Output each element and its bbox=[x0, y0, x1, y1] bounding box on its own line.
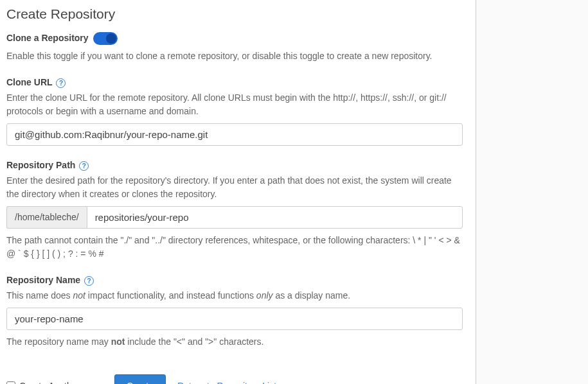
repo-name-hint-suffix: include the "<" and ">" characters. bbox=[125, 336, 263, 347]
clone-toggle-description: Enable this toggle if you want to clone … bbox=[6, 49, 463, 63]
help-icon[interactable]: ? bbox=[56, 78, 66, 88]
repo-name-desc-not: not bbox=[73, 290, 85, 301]
clone-url-label: Clone URL bbox=[6, 77, 53, 87]
repo-name-description: This name does not impact functionality,… bbox=[6, 289, 463, 302]
repo-name-hint: The repository name may not include the … bbox=[6, 335, 463, 349]
page-title: Create Repository bbox=[6, 6, 463, 22]
repo-path-label: Repository Path bbox=[6, 160, 75, 170]
clone-url-section: Clone URL ? Enter the clone URL for the … bbox=[6, 77, 463, 146]
repo-path-input[interactable] bbox=[87, 206, 463, 229]
repo-name-desc-only: only bbox=[256, 290, 273, 301]
repo-name-desc-prefix: This name does bbox=[6, 290, 73, 301]
help-icon[interactable]: ? bbox=[84, 276, 94, 286]
create-another-wrap: Create Another bbox=[6, 381, 103, 384]
help-icon[interactable]: ? bbox=[79, 161, 89, 171]
right-panel bbox=[476, 0, 588, 384]
actions-row: Create Another Create Return to Reposito… bbox=[6, 374, 463, 384]
repo-name-desc-mid: impact functionality, and instead functi… bbox=[85, 290, 256, 301]
repo-path-description: Enter the desired path for the repositor… bbox=[6, 174, 463, 201]
clone-url-input[interactable] bbox=[6, 123, 463, 146]
clone-toggle-label: Clone a Repository bbox=[6, 33, 89, 43]
repo-name-section: Repository Name ? This name does not imp… bbox=[6, 275, 463, 349]
repo-name-input[interactable] bbox=[6, 308, 463, 330]
repo-name-desc-suffix: as a display name. bbox=[273, 290, 351, 301]
clone-toggle-switch[interactable] bbox=[93, 32, 118, 45]
repo-path-prefix: /home/tableche/ bbox=[6, 206, 87, 229]
return-link[interactable]: Return to Repository List bbox=[177, 381, 276, 384]
clone-url-description: Enter the clone URL for the remote repos… bbox=[6, 91, 463, 118]
create-another-checkbox[interactable] bbox=[6, 381, 15, 384]
clone-toggle-section: Clone a Repository Enable this toggle if… bbox=[6, 32, 463, 63]
repo-name-hint-not: not bbox=[111, 336, 125, 347]
repo-path-input-group: /home/tableche/ bbox=[6, 206, 463, 229]
create-another-label[interactable]: Create Another bbox=[19, 381, 80, 384]
repo-path-section: Repository Path ? Enter the desired path… bbox=[6, 160, 463, 261]
create-button[interactable]: Create bbox=[114, 374, 166, 384]
repo-path-hint: The path cannot contain the "./" and "..… bbox=[6, 234, 463, 261]
repo-name-hint-prefix: The repository name may bbox=[6, 336, 111, 347]
repo-name-label: Repository Name bbox=[6, 275, 80, 285]
